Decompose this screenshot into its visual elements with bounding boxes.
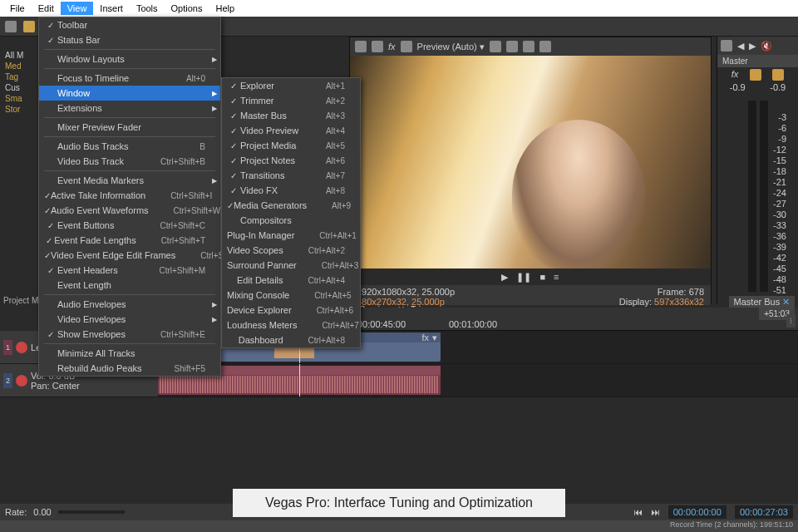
copy-snapshot-icon[interactable]: [523, 41, 534, 52]
menu-item[interactable]: ✓Media GeneratorsAlt+9: [222, 198, 360, 213]
menu-item[interactable]: Video ScopesCtrl+Alt+2: [222, 243, 360, 258]
fx-icon[interactable]: fx: [732, 69, 739, 81]
tree-item[interactable]: All M: [3, 50, 40, 61]
menu-item[interactable]: ✓Video FXAlt+8: [222, 183, 360, 198]
menu-item[interactable]: ✓Event ButtonsCtrl+Shift+C: [39, 218, 220, 233]
menu-item[interactable]: DashboardCtrl+Alt+8: [222, 332, 360, 347]
menu-item[interactable]: Mixing ConsoleCtrl+Alt+5: [222, 288, 360, 303]
menu-file[interactable]: File: [3, 2, 32, 15]
tab-master-bus[interactable]: Master Bus ✕: [729, 296, 795, 308]
external-monitor-icon[interactable]: [372, 41, 383, 52]
playhead[interactable]: [299, 364, 300, 397]
menu-item[interactable]: Event Media Markers▶: [39, 173, 220, 188]
rate-slider[interactable]: [58, 510, 125, 514]
menu-item[interactable]: Compositors: [222, 213, 360, 228]
preview-toolbar: fx Preview (Auto) ▾: [350, 37, 711, 56]
expand-icon[interactable]: ▾: [432, 332, 437, 342]
preview-settings-icon[interactable]: [355, 41, 367, 52]
pause-icon[interactable]: ❚❚: [516, 272, 531, 283]
open-project-icon[interactable]: [23, 21, 35, 32]
menu-item[interactable]: ✓Event Fade LengthsCtrl+Shift+T: [39, 233, 220, 248]
gear-icon[interactable]: [721, 40, 732, 52]
menu-item[interactable]: ✓Event HeadersCtrl+Shift+M: [39, 263, 220, 278]
menu-item[interactable]: ✓Toolbar: [39, 17, 220, 32]
insert-fx-icon[interactable]: [750, 69, 761, 81]
menu-item[interactable]: Edit DetailsCtrl+Alt+4: [222, 273, 360, 288]
menu-item[interactable]: Rebuild Audio PeaksShift+F5: [39, 361, 220, 376]
tree-item[interactable]: Tag: [3, 71, 40, 82]
menu-item[interactable]: Audio Bus TracksB: [39, 139, 220, 154]
menu-item[interactable]: Surround PannerCtrl+Alt+3: [222, 258, 360, 273]
new-project-icon[interactable]: [5, 21, 17, 32]
menu-item[interactable]: Window Layouts▶: [39, 52, 220, 66]
menu-item[interactable]: Plug-In ManagerCtrl+Alt+1: [222, 228, 360, 243]
menu-item-label: Explorer: [240, 81, 326, 91]
menu-tools[interactable]: Tools: [130, 2, 165, 15]
menu-item[interactable]: Loudness MetersCtrl+Alt+7: [222, 318, 360, 332]
output-icon[interactable]: [772, 69, 784, 81]
menu-item[interactable]: ✓Video Event Edge Edit FramesCtrl+Shift+…: [39, 248, 220, 263]
menu-item-label: Video Scopes: [227, 245, 308, 255]
menu-view[interactable]: View: [61, 2, 94, 15]
record-icon[interactable]: [16, 342, 27, 353]
play-icon[interactable]: ▶: [501, 272, 508, 283]
submenu-arrow-icon: ▶: [212, 56, 217, 63]
stop-icon[interactable]: ■: [539, 272, 545, 282]
menu-item-label: Event Buttons: [57, 220, 160, 230]
menu-item[interactable]: Window▶: [39, 86, 220, 101]
fx-icon[interactable]: fx: [388, 42, 396, 52]
menu-edit[interactable]: Edit: [32, 2, 61, 15]
menu-item[interactable]: Event Length: [39, 278, 220, 293]
tree-item[interactable]: Stor: [3, 104, 40, 115]
close-icon[interactable]: ✕: [782, 297, 790, 307]
tree-item[interactable]: Med: [3, 61, 40, 71]
prev-icon[interactable]: ◀: [737, 41, 744, 52]
menu-item-label: Project Media: [240, 140, 326, 150]
tree-item[interactable]: Sma: [3, 93, 40, 104]
mute-icon[interactable]: 🔇: [761, 41, 772, 52]
go-end-icon[interactable]: ⏭: [651, 507, 660, 517]
menu-item[interactable]: ✓Project MediaAlt+5: [222, 138, 360, 153]
menu-options[interactable]: Options: [165, 2, 209, 15]
menu-item[interactable]: ✓Active Take InformationCtrl+Shift+I: [39, 188, 220, 203]
menu-item[interactable]: ✓Audio Event WaveformsCtrl+Shift+W: [39, 203, 220, 218]
menu-item[interactable]: ✓ExplorerAlt+1: [222, 78, 360, 93]
more-icon[interactable]: ≡: [554, 272, 559, 282]
menu-item[interactable]: Video Bus TrackCtrl+Shift+B: [39, 154, 220, 169]
master-meter: -3-6-9-12-15-18-21-24-27-30-33-36-39-42-…: [717, 92, 798, 300]
menu-item[interactable]: ✓Status Bar: [39, 32, 220, 47]
next-icon[interactable]: ▶: [749, 41, 756, 52]
menu-item[interactable]: Minimize All Tracks: [39, 346, 220, 361]
menu-item[interactable]: ✓Project NotesAlt+6: [222, 153, 360, 168]
menu-item[interactable]: Focus to TimelineAlt+0: [39, 71, 220, 86]
shortcut-label: Ctrl+Shift+M: [159, 266, 205, 275]
safe-area-icon[interactable]: [506, 41, 518, 52]
menu-item[interactable]: Audio Envelopes▶: [39, 297, 220, 312]
save-snapshot-icon[interactable]: [539, 41, 551, 52]
tab-side[interactable]: ⋯: [786, 314, 796, 328]
preview-quality-dropdown[interactable]: Preview (Auto) ▾: [417, 42, 485, 52]
timecode-start[interactable]: 00:00:00:00: [668, 505, 727, 519]
menu-item[interactable]: ✓Show EnvelopesCtrl+Shift+E: [39, 327, 220, 342]
split-screen-icon[interactable]: [401, 41, 412, 52]
menu-item[interactable]: ✓TransitionsAlt+7: [222, 168, 360, 183]
menu-item[interactable]: ✓Video PreviewAlt+4: [222, 123, 360, 138]
tree-item[interactable]: Cus: [3, 82, 40, 93]
menu-item[interactable]: Mixer Preview Fader: [39, 120, 220, 135]
overlay-icon[interactable]: [490, 41, 501, 52]
menu-item[interactable]: Device ExplorerCtrl+Alt+6: [222, 303, 360, 318]
menu-help[interactable]: Help: [209, 2, 241, 15]
menu-item-label: Video FX: [240, 185, 326, 195]
timecode-current[interactable]: 00:00:27:03: [735, 505, 793, 519]
record-icon[interactable]: [16, 375, 27, 387]
menu-item[interactable]: ✓Master BusAlt+3: [222, 108, 360, 123]
menu-item[interactable]: Video Envelopes▶: [39, 312, 220, 327]
fx-icon[interactable]: fx: [421, 332, 429, 342]
submenu-arrow-icon: ▶: [212, 177, 217, 185]
go-start-icon[interactable]: ⏮: [633, 507, 643, 517]
audio-track-lane[interactable]: Video Lens Flare: [158, 364, 798, 397]
menu-item[interactable]: Extensions▶: [39, 101, 220, 116]
shortcut-label: Ctrl+Alt+5: [314, 291, 351, 300]
menu-item[interactable]: ✓TrimmerAlt+2: [222, 93, 360, 108]
menu-insert[interactable]: Insert: [93, 2, 130, 15]
